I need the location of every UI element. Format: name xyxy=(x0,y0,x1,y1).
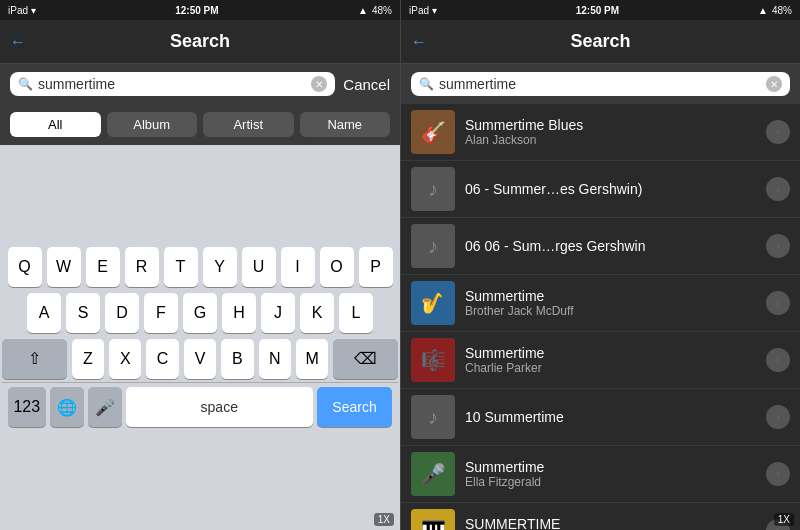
left-battery: 48% xyxy=(372,5,392,16)
result-thumb-r8: 🎹 xyxy=(411,509,455,530)
result-subtitle-r7: Ella Fitzgerald xyxy=(465,475,756,489)
right-clear-button[interactable]: ✕ xyxy=(766,76,782,92)
key-t[interactable]: T xyxy=(164,247,198,287)
left-clear-button[interactable]: ✕ xyxy=(311,76,327,92)
right-nav-title: Search xyxy=(570,31,630,52)
right-device: iPad ▾ xyxy=(409,5,437,16)
result-thumb-r7: 🎤 xyxy=(411,452,455,496)
right-time: 12:50 PM xyxy=(576,5,619,16)
key-space[interactable]: space xyxy=(126,387,314,427)
key-g[interactable]: G xyxy=(183,293,217,333)
result-title-r2: 06 - Summer…es Gershwin) xyxy=(465,181,756,197)
key-w[interactable]: W xyxy=(47,247,81,287)
result-chevron-r3[interactable]: › xyxy=(766,234,790,258)
key-l[interactable]: L xyxy=(339,293,373,333)
result-title-r4: Summertime xyxy=(465,288,756,304)
right-search-icon: 🔍 xyxy=(419,77,434,91)
result-item-r8[interactable]: 🎹SUMMERTIMEJOE SAMPLE› xyxy=(401,503,800,530)
key-v[interactable]: V xyxy=(184,339,216,379)
key-n[interactable]: N xyxy=(259,339,291,379)
result-item-r4[interactable]: 🎷SummertimeBrother Jack McDuff› xyxy=(401,275,800,332)
result-thumb-r4: 🎷 xyxy=(411,281,455,325)
result-thumb-r3: ♪ xyxy=(411,224,455,268)
left-search-icon: 🔍 xyxy=(18,77,33,91)
result-title-r7: Summertime xyxy=(465,459,756,475)
result-chevron-r2[interactable]: › xyxy=(766,177,790,201)
key-search[interactable]: Search xyxy=(317,387,392,427)
result-title-r6: 10 Summertime xyxy=(465,409,756,425)
filter-tab-artist[interactable]: Artist xyxy=(203,112,294,137)
key-i[interactable]: I xyxy=(281,247,315,287)
right-search-input-wrap[interactable]: 🔍 ✕ xyxy=(411,72,790,96)
keyboard-row-1: Q W E R T Y U I O P xyxy=(2,247,398,287)
result-item-r1[interactable]: 🎸Summertime BluesAlan Jackson› xyxy=(401,104,800,161)
key-s[interactable]: S xyxy=(66,293,100,333)
result-title-r8: SUMMERTIME xyxy=(465,516,756,530)
key-delete[interactable]: ⌫ xyxy=(333,339,398,379)
key-q[interactable]: Q xyxy=(8,247,42,287)
key-r[interactable]: R xyxy=(125,247,159,287)
right-badge: 1X xyxy=(774,513,794,526)
result-thumb-r1: 🎸 xyxy=(411,110,455,154)
key-e[interactable]: E xyxy=(86,247,120,287)
key-j[interactable]: J xyxy=(261,293,295,333)
left-search-input[interactable] xyxy=(38,76,306,92)
result-item-r2[interactable]: ♪06 - Summer…es Gershwin)› xyxy=(401,161,800,218)
right-search-input[interactable] xyxy=(439,76,761,92)
key-c[interactable]: C xyxy=(146,339,178,379)
key-k[interactable]: K xyxy=(300,293,334,333)
result-info-r3: 06 06 - Sum…rges Gershwin xyxy=(465,238,756,254)
key-f[interactable]: F xyxy=(144,293,178,333)
result-chevron-r6[interactable]: › xyxy=(766,405,790,429)
left-cancel-button[interactable]: Cancel xyxy=(343,76,390,93)
key-p[interactable]: P xyxy=(359,247,393,287)
left-filter-tabs: All Album Artist Name xyxy=(0,104,400,145)
result-info-r2: 06 - Summer…es Gershwin) xyxy=(465,181,756,197)
right-wifi-icon: ▲ xyxy=(758,5,768,16)
left-search-input-wrap[interactable]: 🔍 ✕ xyxy=(10,72,335,96)
result-item-r7[interactable]: 🎤SummertimeElla Fitzgerald› xyxy=(401,446,800,503)
filter-tab-name[interactable]: Name xyxy=(300,112,391,137)
result-item-r6[interactable]: ♪10 Summertime› xyxy=(401,389,800,446)
result-thumb-r5: 🎼 xyxy=(411,338,455,382)
keyboard-row-3: ⇧ Z X C V B N M ⌫ xyxy=(2,339,398,379)
result-thumb-r2: ♪ xyxy=(411,167,455,211)
result-item-r3[interactable]: ♪06 06 - Sum…rges Gershwin› xyxy=(401,218,800,275)
result-subtitle-r4: Brother Jack McDuff xyxy=(465,304,756,318)
keyboard-row-2: A S D F G H J K L xyxy=(2,293,398,333)
result-info-r4: SummertimeBrother Jack McDuff xyxy=(465,288,756,318)
key-d[interactable]: D xyxy=(105,293,139,333)
result-item-r5[interactable]: 🎼SummertimeCharlie Parker› xyxy=(401,332,800,389)
key-mic[interactable]: 🎤 xyxy=(88,387,122,427)
key-z[interactable]: Z xyxy=(72,339,104,379)
result-chevron-r4[interactable]: › xyxy=(766,291,790,315)
key-u[interactable]: U xyxy=(242,247,276,287)
left-device: iPad ▾ xyxy=(8,5,36,16)
result-thumb-r6: ♪ xyxy=(411,395,455,439)
left-wifi-icon: ▲ xyxy=(358,5,368,16)
left-back-button[interactable]: ← xyxy=(10,33,26,51)
results-list: 🎸Summertime BluesAlan Jackson›♪06 - Summ… xyxy=(401,104,800,530)
key-globe[interactable]: 🌐 xyxy=(50,387,84,427)
left-search-bar: 🔍 ✕ Cancel xyxy=(0,64,400,104)
result-info-r7: SummertimeElla Fitzgerald xyxy=(465,459,756,489)
filter-tab-all[interactable]: All xyxy=(10,112,101,137)
key-num[interactable]: 123 xyxy=(8,387,46,427)
result-chevron-r1[interactable]: › xyxy=(766,120,790,144)
key-a[interactable]: A xyxy=(27,293,61,333)
right-status-bar: iPad ▾ 12:50 PM ▲ 48% xyxy=(401,0,800,20)
key-b[interactable]: B xyxy=(221,339,253,379)
key-x[interactable]: X xyxy=(109,339,141,379)
result-chevron-r7[interactable]: › xyxy=(766,462,790,486)
right-panel: iPad ▾ 12:50 PM ▲ 48% ← Search 🔍 ✕ 🎸Summ… xyxy=(400,0,800,530)
result-info-r8: SUMMERTIMEJOE SAMPLE xyxy=(465,516,756,530)
right-back-button[interactable]: ← xyxy=(411,33,427,51)
key-h[interactable]: H xyxy=(222,293,256,333)
key-m[interactable]: M xyxy=(296,339,328,379)
key-o[interactable]: O xyxy=(320,247,354,287)
result-chevron-r5[interactable]: › xyxy=(766,348,790,372)
filter-tab-album[interactable]: Album xyxy=(107,112,198,137)
key-shift[interactable]: ⇧ xyxy=(2,339,67,379)
key-y[interactable]: Y xyxy=(203,247,237,287)
right-nav-bar: ← Search xyxy=(401,20,800,64)
